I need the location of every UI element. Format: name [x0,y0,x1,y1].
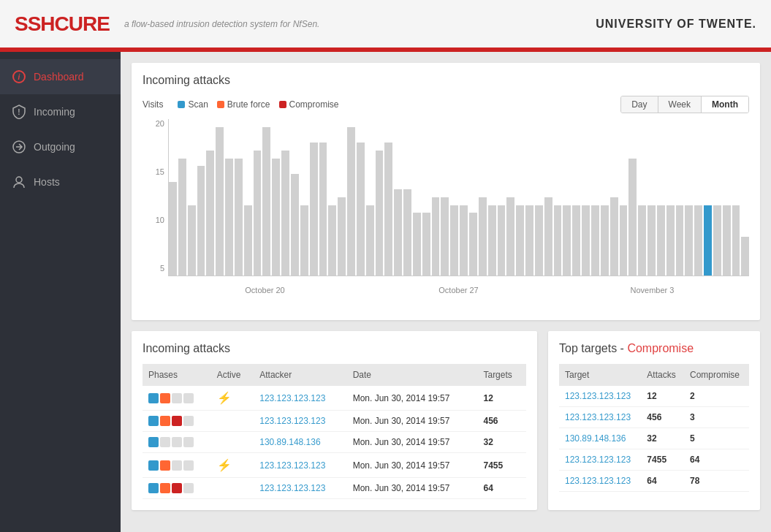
shield-icon: ! [12,104,26,119]
bar [310,142,318,276]
date-cell: Mon. Jun 30, 2014 19:57 [347,453,478,478]
bar [197,166,205,276]
sidebar-item-dashboard[interactable]: i Dashboard [0,59,121,94]
y-label-5: 5 [143,264,168,273]
bar [610,197,618,276]
bar [441,197,449,276]
phase-box [148,416,159,426]
bar [366,205,374,276]
compromise-title-label: Compromise [627,342,694,354]
phase-box [172,416,182,426]
legend-scan: Scan [178,99,208,110]
active-cell [211,478,254,499]
attacker-cell[interactable]: 123.123.123.123 [254,478,346,499]
x-axis-labels: October 20 October 27 November 3 [168,286,749,294]
target-cell[interactable]: 123.123.123.123 [559,407,641,428]
col-target: Target [559,364,641,386]
main-chart-card: Incoming attacks Visits Scan Brute force… [132,63,760,320]
date-cell: Mon. Jun 30, 2014 19:57 [347,386,478,411]
date-cell: Mon. Jun 30, 2014 19:57 [347,432,478,453]
bar [319,142,327,276]
sidebar-item-outgoing[interactable]: Outgoing [0,129,121,164]
bar [394,189,402,276]
targets-cell: 12 [477,386,526,411]
bar [384,142,392,276]
phase-box [148,437,159,447]
table-row: ⚡123.123.123.123Mon. Jun 30, 2014 19:571… [143,386,526,411]
bar-chart-container: 5 10 15 20 October 20 October 27 Novembe… [143,119,749,309]
bar [262,127,270,276]
attacker-cell[interactable]: 130.89.148.136 [254,432,346,453]
col-date: Date [347,364,478,386]
compromise-cell: 64 [684,449,749,471]
phase-box [183,393,194,403]
phase-box [160,393,170,403]
sidebar-item-incoming[interactable]: ! Incoming [0,94,121,129]
bolt-icon: ⚡ [217,459,232,471]
bar [413,213,421,276]
bar [685,205,693,276]
time-btn-month[interactable]: Month [702,96,748,113]
table-row: 123.123.123.123122 [559,386,749,407]
bar [206,151,214,276]
main-layout: i Dashboard ! Incoming Outgoing [0,52,771,532]
sidebar-label-outgoing: Outgoing [34,141,75,153]
y-label-20: 20 [143,119,168,128]
sidebar-label-dashboard: Dashboard [34,71,84,83]
tagline: a flow-based intrusion detection system … [124,19,319,29]
bar [506,197,514,276]
col-attacker: Attacker [254,364,346,386]
bar [281,151,289,276]
target-cell[interactable]: 123.123.123.123 [559,449,641,471]
attacks-cell: 12 [641,386,684,407]
bar [741,237,749,276]
main-chart-title: Incoming attacks [143,74,749,87]
date-cell: Mon. Jun 30, 2014 19:57 [347,478,478,499]
phase-box [183,483,194,493]
bar [732,205,740,276]
bar [525,205,533,276]
targets-cell: 32 [477,432,526,453]
outgoing-icon [12,140,26,154]
active-cell [211,432,254,453]
bar [516,205,524,276]
logo: SSHCURE [15,12,110,36]
target-cell[interactable]: 130.89.148.136 [559,428,641,449]
university-name: UNIVERSITY OF TWENTE. [596,18,756,31]
bar [328,205,336,276]
y-label-15: 15 [143,167,168,176]
logo-cure: CURE [55,12,110,35]
phases-cell [143,411,211,432]
target-cell[interactable]: 123.123.123.123 [559,471,641,492]
attacker-cell[interactable]: 123.123.123.123 [254,453,346,478]
x-label-oct20: October 20 [168,286,362,294]
bar-chart [168,119,749,276]
attacker-cell[interactable]: 123.123.123.123 [254,411,346,432]
phase-box [160,460,170,471]
targets-table-body: 123.123.123.123122123.123.123.1234563130… [559,386,749,492]
col-phases: Phases [143,364,211,386]
bar [723,205,731,276]
attacks-table: Phases Active Attacker Date Targets ⚡123… [143,364,526,499]
targets-card-title: Top targets - Compromise [559,342,749,355]
time-btn-day[interactable]: Day [621,96,658,113]
attacks-cell: 456 [641,407,684,428]
targets-cell: 7455 [477,453,526,478]
x-label-oct27: October 27 [362,286,555,294]
bar [460,205,468,276]
bar [544,197,552,276]
sidebar-item-hosts[interactable]: Hosts [0,164,121,200]
bar [713,205,721,276]
bar [347,127,355,276]
target-cell[interactable]: 123.123.123.123 [559,386,641,407]
scan-dot [178,101,185,108]
time-btn-week[interactable]: Week [658,96,702,113]
bar [535,205,543,276]
phase-box [160,416,170,426]
bar [338,197,346,276]
phase-box [172,460,182,471]
bar [188,205,196,276]
bar [666,205,675,276]
date-cell: Mon. Jun 30, 2014 19:57 [347,411,478,432]
attacker-cell[interactable]: 123.123.123.123 [254,386,346,411]
